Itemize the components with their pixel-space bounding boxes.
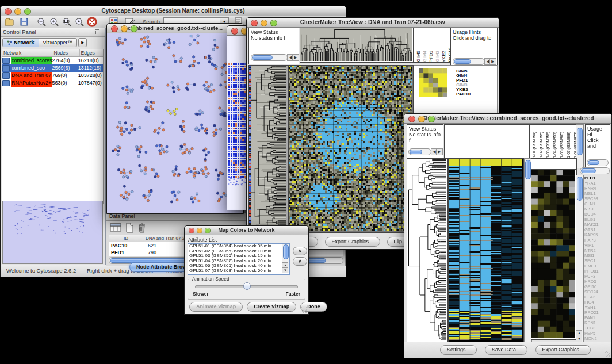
gene-label[interactable]: RPO21 xyxy=(584,310,610,315)
attribute-listbox[interactable]: GPL51-01 (GSM854) heat shock 05 minGPL51… xyxy=(188,243,290,275)
scroll-thumb[interactable] xyxy=(588,160,599,165)
gene-label[interactable]: PAN1 xyxy=(584,315,610,320)
move-up-button[interactable]: ∧ xyxy=(293,247,307,255)
gene-label[interactable]: MON2 xyxy=(584,336,610,340)
resize-grip[interactable] xyxy=(605,351,610,357)
gene-label[interactable]: MSL1 xyxy=(584,191,610,196)
network-overview-thumbnail[interactable] xyxy=(2,201,103,264)
minimize-icon[interactable] xyxy=(197,228,202,233)
minimize-icon[interactable] xyxy=(418,116,425,122)
tv2-labels-vscrollbar[interactable] xyxy=(576,124,584,168)
new-attribute-icon[interactable] xyxy=(125,223,134,233)
treeview-button[interactable]: Settings... xyxy=(440,345,477,355)
network-row[interactable]: combined_scores 2764(0) 16218(0) xyxy=(2,57,103,64)
scroll-thumb[interactable] xyxy=(410,150,422,154)
attribute-item[interactable]: GPL51-04 (GSM857) heat shock 20 min xyxy=(188,259,282,264)
scroll-down-icon[interactable]: ▼ xyxy=(576,336,582,342)
zoom-out-icon[interactable] xyxy=(36,17,47,27)
treeview1-titlebar[interactable]: ClusterMaker TreeView : DNA and Tran 07-… xyxy=(247,18,499,28)
zoom-window-icon[interactable] xyxy=(270,20,277,26)
tv1-summary-matrix[interactable] xyxy=(419,68,447,97)
gene-label[interactable]: HRD3 xyxy=(584,279,610,284)
gene-label[interactable]: PUF3 xyxy=(584,274,610,279)
network-table-header[interactable]: Network Nodes Edges xyxy=(2,49,103,57)
tv1-column-dendrogram[interactable] xyxy=(300,28,414,63)
gene-label[interactable]: HMG1 xyxy=(584,263,610,269)
gene-label[interactable]: YRA1 xyxy=(584,181,610,186)
scroll-up-icon[interactable]: ▲ xyxy=(576,330,582,336)
gene-label[interactable]: SPC98 xyxy=(584,196,610,201)
attribute-item[interactable]: GPL51-07 (GSM868) heat shock 60 min xyxy=(188,269,282,274)
tab-vizmapper[interactable]: VizMapper™ xyxy=(39,40,77,45)
tv1-heatmap[interactable] xyxy=(288,65,414,233)
minimize-icon[interactable] xyxy=(14,8,21,15)
tv2-genelist-hscrollbar[interactable] xyxy=(580,167,610,174)
network-view-titlebar[interactable]: combined_scores_good.txt--cluste... xyxy=(107,24,243,33)
gene-label[interactable]: GPI16 xyxy=(584,284,610,289)
main-traffic-lights[interactable] xyxy=(5,8,31,15)
tv2-summary-heatmap[interactable] xyxy=(531,169,577,340)
speed-slider-knob[interactable] xyxy=(243,282,251,290)
attribute-item[interactable]: GPL51-01 (GSM854) heat shock 05 min xyxy=(188,244,282,249)
gene-label[interactable]: FIG4 xyxy=(584,300,610,305)
scroll-down-icon[interactable]: ▼ xyxy=(282,267,288,273)
gene-label[interactable]: PFD1 xyxy=(584,175,610,181)
zoom-in-icon[interactable] xyxy=(49,17,59,27)
zoom-window-icon[interactable] xyxy=(205,228,211,233)
column-label[interactable]: PFD1 xyxy=(429,51,434,62)
gene-label[interactable]: SEC1 xyxy=(584,258,610,263)
network-row[interactable]: RNAPuberNov2+ 563(0) 107847(0) xyxy=(2,79,103,87)
scroll-thumb[interactable] xyxy=(283,244,289,259)
tab-network[interactable]: Network xyxy=(3,39,39,47)
tv2-genelist-vscrollbar[interactable]: ▲ ▼ xyxy=(576,175,584,342)
scroll-thumb[interactable] xyxy=(581,168,596,173)
select-attributes-icon[interactable] xyxy=(110,223,121,233)
zoom-window-icon[interactable] xyxy=(428,116,435,122)
network-canvas[interactable] xyxy=(107,33,242,213)
scroll-thumb[interactable] xyxy=(577,177,583,201)
gene-label[interactable]: YSH1 xyxy=(584,305,610,310)
gene-label[interactable]: ELG1 xyxy=(584,217,610,222)
gene-label[interactable]: PHO81 xyxy=(584,269,610,274)
dialog-button[interactable]: Animate Vizmap xyxy=(189,302,243,312)
attribute-item[interactable]: GPL51-06 (GSM865) heat shock 40 min xyxy=(188,263,282,269)
zoom-fit-icon[interactable] xyxy=(62,17,72,27)
scroll-right-icon[interactable]: ▶ xyxy=(292,54,299,61)
tabs-overflow-icon[interactable]: ▶ xyxy=(78,38,87,47)
column-label[interactable]: YKE2 xyxy=(441,51,446,62)
scroll-right-icon[interactable]: ▶ xyxy=(436,148,443,155)
attribute-item[interactable]: GPL51-02 (GSM855) heat shock 10 min xyxy=(188,249,282,254)
minimize-icon[interactable] xyxy=(121,25,128,32)
gene-label[interactable]: CLN1 xyxy=(584,201,610,206)
tv2-usage-scrollbar[interactable] xyxy=(587,159,609,166)
treeview-button[interactable]: Export Graphics... xyxy=(325,237,380,247)
gene-label[interactable]: MAK31 xyxy=(584,222,610,227)
attribute-item[interactable]: GPL51-03 (GSM856) heat shock 15 min xyxy=(188,254,282,259)
float-panel-icon[interactable] xyxy=(95,29,102,36)
close-icon[interactable] xyxy=(5,8,12,15)
tv2-column-tree-area[interactable] xyxy=(444,124,530,158)
id-column-header[interactable]: ID xyxy=(109,235,143,242)
column-label[interactable]: GIM4 xyxy=(422,51,427,62)
gene-label[interactable]: TCB3 xyxy=(584,325,610,331)
zoom-selected-icon[interactable] xyxy=(74,17,85,27)
resize-grip[interactable] xyxy=(301,307,307,313)
tv1-row-dendrogram[interactable] xyxy=(248,65,288,233)
gene-label[interactable]: PEP5 xyxy=(584,331,610,336)
treeview2-titlebar[interactable]: ClusterMaker TreeView : combined_scores_… xyxy=(404,114,611,124)
main-titlebar[interactable]: Cytoscape Desktop (Session Name: collins… xyxy=(1,6,346,16)
zoom-window-icon[interactable] xyxy=(24,8,31,15)
scroll-thumb[interactable] xyxy=(577,128,583,155)
gene-label[interactable]: CPA2 xyxy=(584,294,610,300)
gene-label[interactable]: HAP3 xyxy=(584,237,610,243)
gene-label[interactable]: SEC24 xyxy=(584,289,610,294)
gene-label[interactable]: MSI1 xyxy=(584,253,610,258)
gene-label[interactable]: GTB1 xyxy=(584,227,610,232)
help-lifering-icon[interactable] xyxy=(87,17,97,27)
minimize-icon[interactable] xyxy=(261,20,267,26)
tv2-heatmap[interactable] xyxy=(448,158,524,342)
delete-attribute-icon[interactable] xyxy=(137,223,146,233)
network-row[interactable]: DNA and Tran 07 769(0) 183728(0) xyxy=(2,72,103,79)
dialog-button[interactable]: Create Vizmap xyxy=(247,302,296,312)
gene-label[interactable]: RNR4 xyxy=(584,186,610,191)
